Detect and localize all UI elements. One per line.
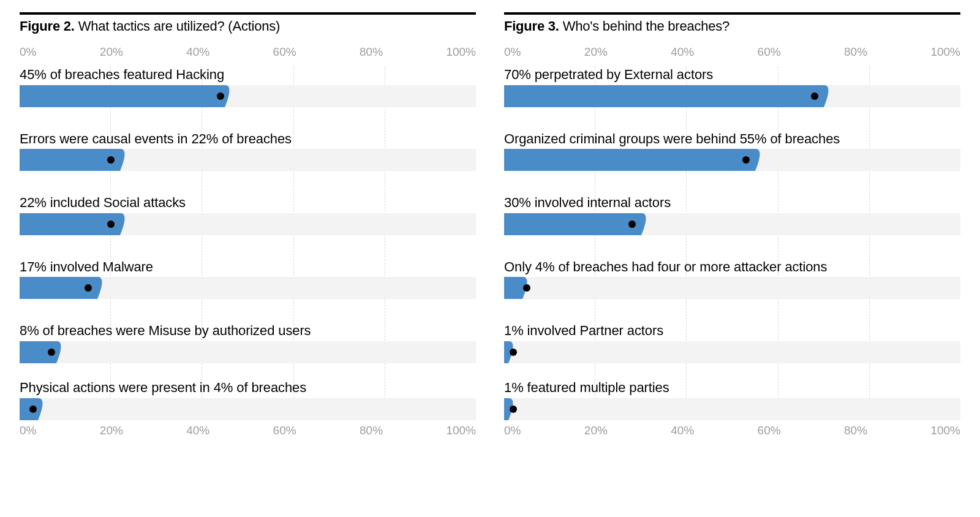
bar-taper [641,213,656,235]
row-gap [20,171,476,194]
row-gap [20,107,476,130]
bar-fill [504,149,755,171]
data-point-dot [742,156,750,164]
top-rule [504,12,960,15]
bar-row: Only 4% of breaches had four or more att… [504,258,960,300]
bar-label: 70% perpetrated by External actors [504,66,960,84]
bar-track [20,85,476,107]
bar-label: Organized criminal groups were behind 55… [504,130,960,148]
bar-rows: 45% of breaches featured HackingErrors w… [20,66,476,420]
bar-fill [504,398,508,420]
bar-row: 30% involved internal actors [504,194,960,235]
bar-track [20,341,476,363]
bar-taper [38,398,53,420]
data-point-dot [29,406,37,413]
tick: 40% [671,45,694,59]
bar-track [504,85,960,107]
bar-label: Physical actions were present in 4% of b… [20,379,476,397]
row-gap [20,235,476,258]
tick: 100% [930,45,960,59]
bar-label: 45% of breaches featured Hacking [20,66,476,84]
data-point-dot [107,221,115,228]
bar-row: Errors were causal events in 22% of brea… [20,130,476,172]
tick: 100% [446,45,476,59]
figure-title: Figure 2. What tactics are utilized? (Ac… [20,18,476,34]
bar-label: 22% included Social attacks [20,194,476,212]
top-rule [20,12,476,15]
bar-row: 45% of breaches featured Hacking [20,66,476,107]
data-point-dot [811,92,818,100]
row-gap [504,363,960,379]
chart-page: Figure 2. What tactics are utilized? (Ac… [0,0,980,517]
bar-fill [20,213,120,235]
bar-row: 70% perpetrated by External actors [504,66,960,107]
tick: 100% [930,424,960,437]
tick: 0% [504,424,521,437]
row-gap [20,299,476,322]
data-point-dot [510,406,517,413]
data-point-dot [85,284,92,292]
tick: 20% [100,424,123,437]
bar-label: 30% involved internal actors [504,194,960,212]
plot-area: 45% of breaches featured HackingErrors w… [20,66,476,420]
figure-number: Figure 2. [20,18,75,34]
bar-label: Only 4% of breaches had four or more att… [504,258,960,276]
data-point-dot [523,284,530,292]
tick: 80% [360,45,383,59]
data-point-dot [48,349,55,356]
bar-fill [504,277,522,299]
figure-2-panel: Figure 2. What tactics are utilized? (Ac… [20,12,476,517]
bar-taper [56,341,71,363]
bar-fill [20,149,120,171]
row-gap [504,235,960,258]
x-axis-bottom: 0% 20% 40% 60% 80% 100% [504,424,960,437]
bar-track [504,277,960,299]
bar-track [20,398,476,420]
tick: 40% [186,424,209,437]
bar-rows: 70% perpetrated by External actorsOrgani… [504,66,960,420]
bar-row: 17% involved Malware [20,258,476,300]
bar-taper [97,277,112,299]
bar-fill [504,213,641,235]
bar-label: 17% involved Malware [20,258,476,276]
figure-3-panel: Figure 3. Who's behind the breaches? 0% … [504,12,960,517]
bar-label: 1% featured multiple parties [504,379,960,397]
tick: 80% [844,45,867,59]
row-gap [20,363,476,379]
row-gap [504,107,960,130]
bar-track [504,213,960,235]
bar-fill [504,85,824,107]
data-point-dot [217,92,224,100]
bar-row: 8% of breaches were Misuse by authorized… [20,322,476,363]
bar-row: 1% involved Partner actors [504,322,960,363]
tick: 60% [758,424,781,437]
data-point-dot [628,221,636,228]
tick: 20% [584,424,608,437]
data-point-dot [510,349,517,356]
tick: 60% [273,45,296,59]
row-gap [504,171,960,194]
tick: 60% [273,424,296,437]
bar-label: 8% of breaches were Misuse by authorized… [20,322,476,340]
data-point-dot [107,156,115,164]
tick: 40% [186,45,209,59]
bar-track [504,149,960,171]
bar-taper [120,213,135,235]
bar-taper [120,149,135,171]
tick: 80% [360,424,383,437]
figure-number: Figure 3. [504,18,559,34]
tick: 0% [20,45,36,59]
tick: 80% [844,424,867,437]
bar-row: Organized criminal groups were behind 55… [504,130,960,172]
x-axis-top: 0% 20% 40% 60% 80% 100% [20,45,476,59]
bar-track [504,398,960,420]
bar-track [20,277,476,299]
bar-fill [20,85,225,107]
tick: 100% [446,424,476,437]
bar-row: 1% featured multiple parties [504,379,960,420]
bar-taper [755,149,770,171]
tick: 60% [758,45,781,59]
tick: 0% [504,45,521,59]
row-gap [504,299,960,322]
plot-area: 70% perpetrated by External actorsOrgani… [504,66,960,420]
